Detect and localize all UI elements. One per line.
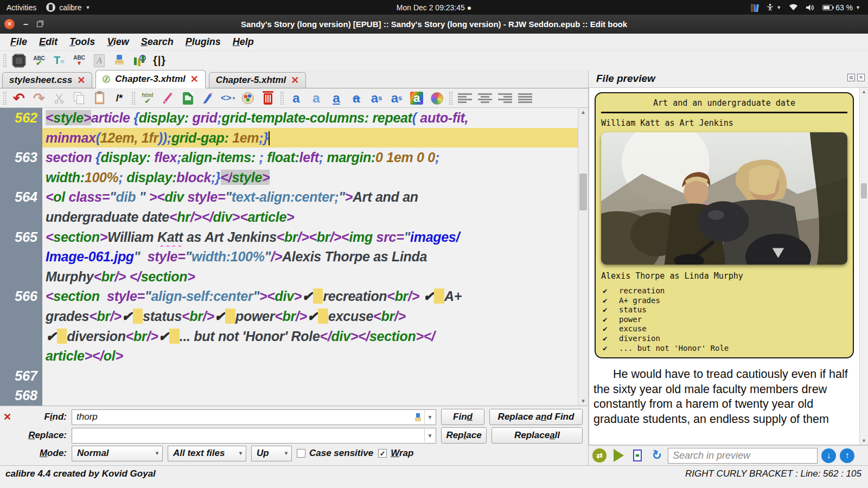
toolbar-drag-handle[interactable] [132, 92, 135, 105]
code-row[interactable]: ✔ diversion<br/>✔ ... but not 'Honor' Ro… [0, 326, 588, 346]
format-painter-button[interactable] [200, 90, 215, 106]
code-row[interactable]: 567 [0, 366, 588, 386]
menu-tools[interactable]: Tools [63, 36, 101, 48]
close-window-button[interactable]: ✕ [4, 19, 15, 29]
replace-all-button[interactable]: Replace all [492, 427, 583, 444]
find-input[interactable] [72, 409, 436, 425]
battery-menu[interactable]: 63 % ▼ [822, 3, 860, 12]
find-button[interactable]: Find [441, 409, 484, 425]
close-search-icon[interactable]: ✕ [3, 411, 15, 423]
tab-close-icon[interactable]: ✕ [190, 73, 199, 85]
scrollbar-thumb[interactable] [579, 174, 587, 210]
find-next-button[interactable]: ↓ [821, 448, 836, 463]
copy-button[interactable] [72, 90, 87, 106]
toolbar-drag-handle[interactable] [280, 92, 284, 105]
replace-and-find-button[interactable]: Replace and Find [489, 409, 583, 425]
case-sensitive-checkbox[interactable] [297, 449, 305, 458]
reports-button[interactable] [132, 53, 147, 69]
calibre-tray-icon[interactable] [751, 3, 758, 12]
close-panel-icon[interactable]: ✕ [857, 74, 865, 81]
italic-button[interactable]: a [309, 90, 324, 106]
activities-button[interactable]: Activities [7, 3, 36, 12]
beautify-button[interactable] [112, 53, 127, 69]
subscript-button[interactable]: as [369, 90, 384, 106]
text-color-button[interactable]: a [409, 90, 424, 106]
edit-css-button[interactable] [160, 90, 175, 106]
code-row[interactable]: 566<section style="align-self:center"><d… [0, 286, 588, 306]
window-title-bar[interactable]: ✕ – Sandy's Story (long version) [EPUB] … [0, 15, 868, 34]
split-view-button[interactable] [630, 448, 645, 463]
undo-button[interactable]: ↶ [11, 90, 27, 106]
find-previous-button[interactable]: ↑ [840, 448, 854, 463]
code-row[interactable]: undergraduate date<hr/></div><article> [0, 207, 588, 227]
sync-preview-button[interactable]: ⇄ [592, 448, 607, 463]
superscript-button[interactable]: as [389, 90, 404, 106]
auto-reload-button[interactable] [611, 448, 626, 463]
insert-image-button[interactable] [180, 90, 195, 106]
align-justify-button[interactable] [518, 90, 533, 106]
check-html-button[interactable]: html✔ [140, 90, 155, 106]
code-row[interactable]: 563section {display: flex;align-items: ;… [0, 147, 588, 168]
case-sensitive-option[interactable]: Case sensitive [297, 448, 373, 459]
clock-button[interactable]: Mon Dec 2 09:23:45 ● [397, 3, 471, 12]
code-row[interactable]: 562<style>article {display: grid;grid-te… [0, 108, 588, 128]
chevron-down-icon[interactable]: ▼ [424, 410, 435, 424]
toolbar-drag-handle[interactable] [3, 92, 7, 105]
menu-search[interactable]: Search [135, 36, 180, 48]
code-row[interactable]: width:100%; display:block;}</style> [0, 168, 588, 188]
tab-Chapter-5.xhtml[interactable]: Chapter-5.xhtml✕ [209, 72, 307, 88]
code-row[interactable]: article></ol> [0, 346, 588, 366]
scrollbar-thumb[interactable] [861, 183, 867, 198]
underline-button[interactable]: a [329, 90, 344, 106]
menu-help[interactable]: Help [227, 36, 260, 48]
remove-unused-button[interactable] [260, 90, 276, 106]
tab-close-icon[interactable]: ✕ [291, 74, 299, 86]
insert-text-button[interactable]: T [52, 53, 67, 69]
replace-button[interactable]: Replace [441, 427, 487, 444]
editor-scrollbar[interactable]: ▲ ▼ [578, 108, 588, 406]
minimize-button[interactable]: – [23, 20, 28, 29]
redo-button[interactable]: ↷ [31, 90, 47, 106]
comment-button[interactable]: /* [112, 90, 127, 106]
menu-view[interactable]: View [101, 36, 135, 48]
code-row[interactable]: 564<ol class="dib " ><div style="text-al… [0, 187, 588, 207]
replace-input[interactable] [72, 428, 436, 444]
scroll-up-icon[interactable]: ▲ [860, 88, 868, 95]
tab-Chapter-3.xhtml[interactable]: Chapter-3.xhtml✕ [95, 70, 206, 88]
menu-edit[interactable]: Edit [33, 36, 63, 48]
toolbar-drag-handle[interactable] [3, 54, 7, 67]
smarten-punctuation-button[interactable] [240, 90, 256, 106]
wifi-icon[interactable] [789, 4, 798, 11]
menu-file[interactable]: File [4, 36, 33, 48]
tab-close-icon[interactable]: ✕ [77, 74, 85, 86]
maximize-button[interactable] [37, 22, 42, 27]
scope-select[interactable]: All text files [168, 446, 246, 461]
align-center-button[interactable] [477, 90, 493, 106]
app-menu-button[interactable]: calibre ▼ [46, 3, 90, 12]
clear-brush-icon[interactable] [415, 413, 421, 421]
volume-icon[interactable] [806, 4, 815, 11]
preview-search-input[interactable] [668, 448, 818, 464]
scroll-up-icon[interactable]: ▲ [578, 108, 588, 117]
paste-button[interactable] [92, 90, 107, 106]
align-left-button[interactable] [457, 90, 473, 106]
code-editor[interactable]: 562<style>article {display: grid;grid-te… [0, 108, 588, 406]
code-row[interactable]: 565<section>William Katt as Art Jenkins<… [0, 227, 588, 247]
refresh-preview-button[interactable]: ↻ [649, 448, 664, 463]
tab-stylesheet.css[interactable]: stylesheet.css✕ [2, 72, 92, 88]
spell-check-button[interactable]: ABC✔ [31, 53, 47, 69]
align-right-button[interactable] [497, 90, 513, 106]
insert-tag-button[interactable]: <>▾ [220, 90, 235, 106]
undock-panel-icon[interactable]: ⧉ [847, 74, 855, 81]
scroll-down-icon[interactable]: ▼ [860, 437, 868, 445]
insert-special-character-button[interactable]: {|} [152, 53, 167, 69]
direction-select[interactable]: Up [251, 446, 292, 461]
word-list-button[interactable]: ABC▼ [72, 53, 87, 69]
code-row[interactable]: minmax(12em, 1fr));grid-gap: 1em;} [0, 128, 588, 148]
preview-content[interactable]: Art and an undergraduate date William Ka… [589, 87, 868, 445]
embed-fonts-button[interactable]: A [92, 53, 107, 69]
mode-select[interactable]: Normal [72, 446, 163, 461]
strikethrough-button[interactable]: a [349, 90, 364, 106]
code-row[interactable]: 568 [0, 386, 588, 406]
cut-button[interactable] [52, 90, 67, 106]
